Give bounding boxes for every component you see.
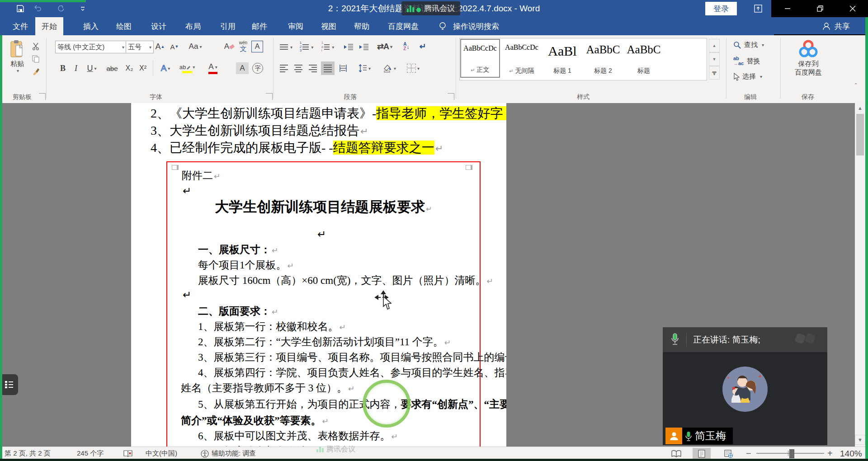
style-title[interactable]: AaBbC 标题: [624, 39, 664, 78]
save-icon[interactable]: [14, 3, 26, 14]
meeting-panel-toggle[interactable]: [0, 374, 18, 395]
font-color-button[interactable]: A▾: [203, 61, 222, 75]
scroll-down-icon[interactable]: ▼: [855, 435, 865, 445]
language-indicator[interactable]: 中文(中国): [146, 447, 177, 460]
tab-mailings[interactable]: 邮件: [245, 17, 274, 35]
copy-icon[interactable]: [30, 53, 42, 64]
increase-indent-icon[interactable]: [357, 42, 371, 52]
style-heading2[interactable]: AaBbC 标题 2: [583, 39, 623, 78]
box-tag-line: 附件二↵: [182, 169, 220, 183]
tab-file[interactable]: 文件: [6, 17, 34, 35]
text-effects-button[interactable]: A▾: [157, 62, 174, 74]
distribute-icon[interactable]: [336, 62, 350, 74]
share-button[interactable]: 共享: [835, 17, 850, 35]
tab-home[interactable]: 开始: [35, 17, 63, 35]
change-case-button[interactable]: Aa▾: [186, 41, 204, 52]
print-layout-icon[interactable]: [693, 448, 711, 459]
character-border-button[interactable]: A: [251, 41, 263, 52]
line-spacing-button[interactable]: ▾: [354, 61, 374, 75]
tab-layout[interactable]: 布局: [179, 17, 207, 35]
numbering-button[interactable]: 123▾: [297, 42, 316, 52]
shrink-font-button[interactable]: A▼: [168, 41, 181, 52]
table-cell-marker: [172, 165, 179, 170]
bullets-button[interactable]: ▾: [278, 42, 295, 52]
multilevel-list-button[interactable]: 1ai▾: [318, 42, 337, 52]
undo-icon[interactable]: [32, 3, 43, 14]
asian-layout-button[interactable]: ⇄A▾: [374, 41, 395, 52]
zoom-in-button[interactable]: +: [827, 447, 833, 460]
tab-design[interactable]: 设计: [145, 17, 173, 35]
tab-draw[interactable]: 绘图: [110, 17, 138, 35]
text-highlight-button[interactable]: ab▾: [177, 61, 197, 75]
paste-button[interactable]: 粘贴 ▾: [7, 40, 27, 74]
style-normal[interactable]: AaBbCcDc ↵ 正文: [460, 39, 500, 78]
bold-button[interactable]: B: [57, 62, 69, 74]
italic-button[interactable]: I: [71, 62, 81, 74]
align-right-icon[interactable]: [307, 62, 319, 74]
style-no-spacing[interactable]: AaBbCcDc ↵ 无间隔: [502, 39, 542, 78]
web-layout-icon[interactable]: [720, 448, 738, 459]
read-mode-icon[interactable]: [667, 448, 685, 459]
borders-button[interactable]: ▾: [403, 61, 423, 75]
justify-button[interactable]: [321, 61, 335, 75]
align-center-icon[interactable]: [292, 62, 305, 74]
customize-quick-access-toolbar-icon[interactable]: [77, 3, 89, 14]
font-name-combo[interactable]: 等线 (中文正文)▾: [55, 41, 127, 53]
accessibility-status[interactable]: 辅助功能: 调查: [201, 447, 256, 460]
grow-font-button[interactable]: A▲: [154, 41, 166, 52]
strikethrough-button[interactable]: abe: [104, 62, 120, 74]
tab-insert[interactable]: 插入: [77, 17, 105, 35]
zoom-slider-handle[interactable]: [789, 449, 794, 458]
paragraph-dialog-launcher-icon[interactable]: [448, 93, 454, 100]
format-painter-icon[interactable]: [30, 66, 42, 77]
scrollbar-thumb[interactable]: [856, 114, 864, 155]
styles-scroll-up-icon[interactable]: ▲: [709, 39, 720, 52]
close-button[interactable]: [839, 0, 866, 17]
minimize-button[interactable]: [774, 0, 801, 17]
underline-button[interactable]: U▾: [83, 62, 100, 74]
save-to-baidu-netdisk-button[interactable]: 保存到 百度网盘: [787, 40, 830, 77]
sign-in-button[interactable]: 登录: [705, 2, 737, 15]
subscript-button[interactable]: X₂: [123, 62, 136, 74]
clipboard-dialog-launcher-icon[interactable]: [39, 93, 46, 100]
superscript-button[interactable]: X²: [137, 62, 149, 74]
document-page[interactable]: 2、《大学生创新训练项目结题申请表》-指导老师，学生签好字（电子签）↵ 3、大学…: [131, 103, 506, 447]
paste-dropdown-icon[interactable]: ▾: [17, 68, 19, 73]
meeting-video-tile[interactable]: 简玉梅: [663, 352, 827, 445]
font-size-combo[interactable]: 五号▾: [126, 41, 154, 53]
select-button[interactable]: 选择▾: [733, 72, 762, 81]
tab-references[interactable]: 引用: [214, 17, 242, 35]
replace-button[interactable]: ab→ac 替换: [733, 56, 760, 66]
scroll-up-icon[interactable]: ▲: [855, 103, 865, 113]
shading-button[interactable]: ▾: [380, 61, 399, 75]
tab-view[interactable]: 视图: [315, 17, 343, 35]
ribbon-display-options-icon[interactable]: [751, 3, 765, 14]
tab-baidu-netdisk[interactable]: 百度网盘: [382, 17, 425, 35]
tab-help[interactable]: 帮助: [348, 17, 376, 35]
page-indicator[interactable]: 第 2 页, 共 2 页: [5, 447, 51, 460]
redo-icon[interactable]: [55, 3, 67, 14]
clear-formatting-button[interactable]: A: [222, 41, 236, 52]
word-count[interactable]: 245 个字: [77, 447, 104, 460]
styles-scroll-down-icon[interactable]: ▼: [709, 52, 720, 66]
zoom-out-button[interactable]: −: [746, 447, 751, 460]
zoom-level[interactable]: 140%: [840, 447, 862, 460]
enclose-characters-button[interactable]: 字: [251, 62, 264, 74]
tab-review[interactable]: 审阅: [282, 17, 310, 35]
sort-button[interactable]: AZ↓: [400, 41, 413, 52]
show-hide-marks-button[interactable]: ↵: [416, 41, 429, 52]
tell-me-search[interactable]: 操作说明搜索: [453, 17, 499, 35]
character-shading-button[interactable]: A: [236, 62, 249, 74]
styles-more-icon[interactable]: ▬▼: [709, 66, 720, 80]
collapse-ribbon-icon[interactable]: ⌃: [850, 80, 862, 89]
vertical-scrollbar[interactable]: ▲ ▼: [855, 103, 865, 447]
restore-button[interactable]: [807, 0, 834, 17]
cut-icon[interactable]: [30, 41, 42, 52]
align-left-icon[interactable]: [278, 62, 290, 74]
style-heading1[interactable]: AaBl 标题 1: [542, 39, 582, 78]
phonetic-guide-button[interactable]: wén 文: [237, 39, 250, 53]
font-dialog-launcher-icon[interactable]: [266, 93, 273, 100]
proofing-errors-icon[interactable]: [123, 447, 133, 460]
decrease-indent-icon[interactable]: [342, 42, 355, 52]
find-button[interactable]: 查找▾: [733, 41, 764, 49]
